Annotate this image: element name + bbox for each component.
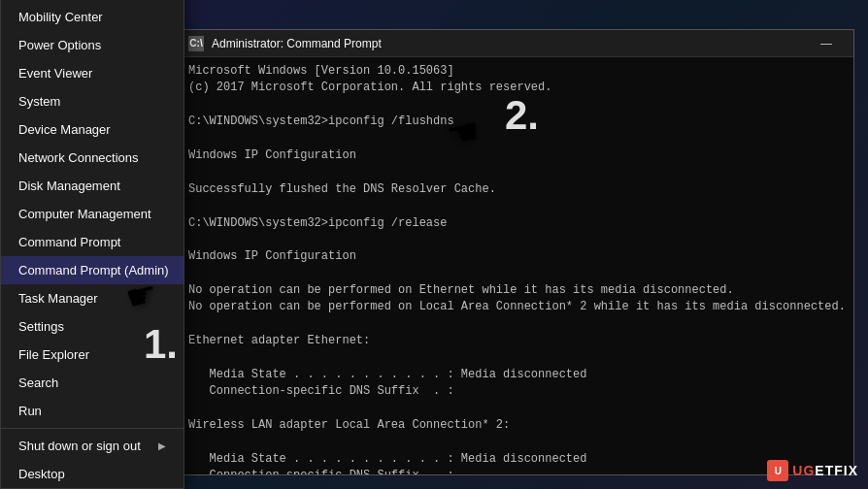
context-menu-item-disk-management[interactable]: Disk Management <box>1 172 184 200</box>
menu-item-label-command-prompt: Command Prompt <box>18 235 120 249</box>
cmd-line-23: Media State . . . . . . . . . . . : Medi… <box>188 451 846 468</box>
context-menu-item-desktop[interactable]: Desktop <box>1 460 184 488</box>
cmd-line-12 <box>188 266 846 282</box>
cmd-line-1: (c) 2017 Microsoft Corporation. All righ… <box>188 80 846 96</box>
context-menu-item-run[interactable]: Run <box>1 397 184 425</box>
menu-item-arrow-shut-down: ▶ <box>158 440 166 451</box>
menu-item-label-power-options: Power Options <box>18 38 101 52</box>
cmd-line-5: Windows IP Configuration <box>188 147 846 164</box>
context-menu-item-system[interactable]: System <box>1 87 184 115</box>
menu-item-label-event-viewer: Event Viewer <box>18 66 92 81</box>
menu-item-label-network-connections: Network Connections <box>18 150 139 165</box>
context-menu-item-command-prompt[interactable]: Command Prompt <box>1 228 184 256</box>
menu-item-label-system: System <box>18 94 60 109</box>
context-menu-item-file-explorer[interactable]: File Explorer <box>1 341 184 369</box>
context-menu: Apps and FeaturesMobility CenterPower Op… <box>0 0 184 489</box>
cmd-line-8 <box>188 198 846 214</box>
context-menu-item-search[interactable]: Search <box>1 369 184 397</box>
menu-item-label-file-explorer: File Explorer <box>18 347 89 362</box>
cmd-line-24: Connection-specific DNS Suffix . : <box>188 468 846 474</box>
menu-item-label-disk-management: Disk Management <box>18 179 120 193</box>
menu-item-label-task-manager: Task Manager <box>18 291 98 306</box>
menu-item-label-computer-management: Computer Management <box>18 207 151 221</box>
cmd-body: Microsoft Windows [Version 10.0.15063](c… <box>181 57 853 474</box>
cmd-window: C:\ Administrator: Command Prompt — Micr… <box>180 29 854 475</box>
cmd-line-21: Wireless LAN adapter Local Area Connecti… <box>188 417 846 434</box>
menu-item-label-settings: Settings <box>18 319 64 334</box>
context-menu-item-network-connections[interactable]: Network Connections <box>1 144 184 172</box>
cmd-line-4 <box>188 131 846 147</box>
context-menu-item-task-manager[interactable]: Task Manager <box>1 284 184 312</box>
cmd-line-15 <box>188 316 846 333</box>
cmd-title: Administrator: Command Prompt <box>212 37 799 50</box>
cmd-line-14: No operation can be performed on Local A… <box>188 299 846 315</box>
cmd-line-19: Connection-specific DNS Suffix . : <box>188 383 846 400</box>
menu-item-label-search: Search <box>18 375 58 390</box>
cmd-controls: — <box>807 33 846 54</box>
cmd-line-9: C:\WINDOWS\system32>ipconfig /release <box>188 215 846 232</box>
menu-item-label-run: Run <box>18 404 42 418</box>
cmd-line-22 <box>188 435 846 451</box>
menu-item-label-command-prompt-admin: Command Prompt (Admin) <box>18 263 169 277</box>
cmd-line-2 <box>188 97 846 114</box>
menu-item-label-mobility-center: Mobility Center <box>18 10 103 24</box>
minimize-button[interactable]: — <box>807 33 846 54</box>
context-menu-item-event-viewer[interactable]: Event Viewer <box>1 59 184 87</box>
context-menu-item-computer-management[interactable]: Computer Management <box>1 200 184 228</box>
menu-item-label-device-manager: Device Manager <box>18 122 111 137</box>
cmd-line-20 <box>188 401 846 417</box>
cmd-icon: C:\ <box>188 36 204 51</box>
menu-item-label-desktop: Desktop <box>18 467 65 481</box>
cmd-line-16: Ethernet adapter Ethernet: <box>188 333 846 349</box>
menu-item-label-shut-down: Shut down or sign out <box>18 439 141 453</box>
cmd-line-6 <box>188 164 846 180</box>
cmd-line-0: Microsoft Windows [Version 10.0.15063] <box>188 63 846 80</box>
cmd-line-7: Successfully flushed the DNS Resolver Ca… <box>188 181 846 198</box>
context-menu-item-settings[interactable]: Settings <box>1 312 184 341</box>
cmd-line-13: No operation can be performed on Etherne… <box>188 282 846 299</box>
context-menu-item-shut-down[interactable]: Shut down or sign out▶ <box>1 432 184 460</box>
context-menu-item-device-manager[interactable]: Device Manager <box>1 115 184 144</box>
cmd-line-18: Media State . . . . . . . . . . . : Medi… <box>188 367 846 383</box>
context-menu-item-mobility-center[interactable]: Mobility Center <box>1 3 184 31</box>
menu-divider <box>1 428 184 429</box>
cmd-line-17 <box>188 350 846 367</box>
cmd-line-11: Windows IP Configuration <box>188 248 846 265</box>
cmd-line-3: C:\WINDOWS\system32>ipconfig /flushdns <box>188 114 846 130</box>
cmd-titlebar: C:\ Administrator: Command Prompt — <box>181 30 853 57</box>
desktop: C:\ Administrator: Command Prompt — Micr… <box>0 0 868 489</box>
context-menu-item-power-options[interactable]: Power Options <box>1 31 184 59</box>
context-menu-item-command-prompt-admin[interactable]: Command Prompt (Admin) <box>1 256 184 284</box>
cmd-line-10 <box>188 232 846 248</box>
